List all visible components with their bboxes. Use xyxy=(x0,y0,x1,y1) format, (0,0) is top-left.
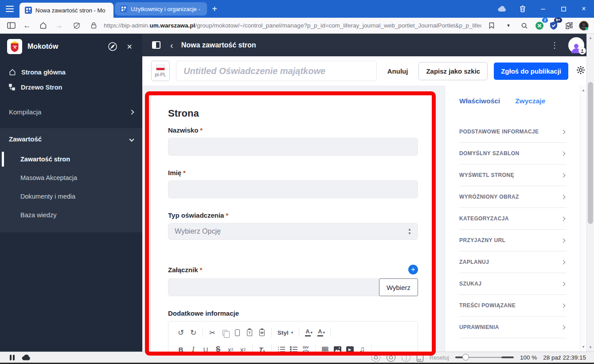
page-scrollbar[interactable]: ▲ ▼ xyxy=(586,34,594,352)
cloud-sync-icon[interactable] xyxy=(492,0,512,18)
zoom-slider[interactable] xyxy=(455,354,514,361)
slider-handle[interactable] xyxy=(462,354,469,360)
section-przyjazny-url[interactable]: PRZYJAZNY URL xyxy=(459,230,567,251)
page-tree-icon xyxy=(9,84,16,91)
browser-tab-active[interactable]: Nowa zawartość stron - Mo xyxy=(20,3,113,18)
sidebar-item-masowa-akceptacja[interactable]: Masowa Akceptacja xyxy=(0,168,142,187)
section-tresci-powiazane[interactable]: TREŚCI POWIĄZANE xyxy=(459,295,567,317)
search-icon[interactable] xyxy=(518,20,531,32)
scroll-down-icon[interactable]: ▼ xyxy=(580,345,586,349)
annotation-rectangle xyxy=(145,91,436,356)
extension-badge: 9+ xyxy=(554,18,562,23)
sidebar-item-label: Strona główna xyxy=(21,69,66,76)
bookmark-icon[interactable] xyxy=(485,20,498,32)
bip-favicon-icon xyxy=(25,7,32,14)
chevron-right-icon xyxy=(561,151,566,156)
save-draft-button[interactable]: Zapisz jako szkic xyxy=(418,62,488,80)
browser-toolbar: ← → https://bip-admin.um.warszawa.pl/gro… xyxy=(0,18,594,34)
tab-title: Użytkownicy i organizacje - xyxy=(131,6,200,12)
submit-publication-button[interactable]: Zgłoś do publikacji xyxy=(494,63,568,80)
chevron-right-icon xyxy=(561,303,566,308)
address-bar[interactable]: https://bip-admin.um.warszawa.pl/group/m… xyxy=(68,20,515,32)
forward-icon[interactable]: → xyxy=(52,20,66,32)
translation-actionbar: pl-PL Anuluj Zapisz jako szkic Zgłoś do … xyxy=(142,56,594,86)
chevron-right-icon xyxy=(561,260,566,264)
user-avatar[interactable] xyxy=(568,37,584,53)
chevron-right-icon xyxy=(561,173,566,177)
section-szukaj[interactable]: SZUKAJ xyxy=(459,273,567,295)
back-icon[interactable]: ← xyxy=(20,20,34,32)
shield-permissions-icon[interactable] xyxy=(70,20,83,32)
sidebar-toggle-icon[interactable] xyxy=(4,20,18,32)
menu-icon[interactable] xyxy=(0,0,20,18)
home-icon[interactable] xyxy=(36,20,50,32)
poland-flag-icon xyxy=(156,65,165,70)
compass-icon[interactable] xyxy=(107,41,118,52)
bip-favicon-icon xyxy=(120,5,127,12)
gear-icon[interactable] xyxy=(576,66,585,76)
section-kategoryzacja[interactable]: KATEGORYZACJA xyxy=(459,208,567,230)
scrollbar-thumb[interactable] xyxy=(588,82,593,224)
sidebar-item-page-tree[interactable]: Drzewo Stron xyxy=(0,80,142,95)
kebab-menu-icon[interactable]: ⋮ xyxy=(551,40,559,50)
tab-wlasciwosci[interactable]: Właściwości xyxy=(459,97,500,105)
product-menu-toggle-icon[interactable] xyxy=(152,41,160,49)
section-wyrozniony-obraz[interactable]: WYRÓŻNIONY OBRAZ xyxy=(459,186,567,208)
sidebar-section-kompilacja[interactable]: Kompilacja xyxy=(0,101,142,123)
extension-green-icon[interactable]: 2 xyxy=(534,20,545,31)
sidebar-item-home[interactable]: Strona główna xyxy=(0,65,142,80)
sidebar-section-zawartosc[interactable]: Zawartość xyxy=(0,128,142,150)
pause-icon[interactable] xyxy=(10,355,15,360)
page-title: Nowa zawartość stron xyxy=(181,41,256,49)
profile-avatar[interactable] xyxy=(578,20,590,31)
maximize-button[interactable] xyxy=(553,0,574,18)
url-text: https://bip-admin.um.warszawa.pl/group/m… xyxy=(104,22,481,29)
chevron-right-icon xyxy=(561,238,566,243)
chevron-right-icon xyxy=(561,282,566,286)
locale-selector-button[interactable]: pl-PL xyxy=(151,61,170,81)
cancel-button[interactable]: Anuluj xyxy=(383,67,413,75)
chevron-right-icon xyxy=(561,325,566,329)
chevron-right-icon xyxy=(129,110,134,114)
section-uprawnienia[interactable]: UPRAWNIENIA xyxy=(459,317,567,338)
extensions-puzzle-icon[interactable] xyxy=(562,20,575,32)
section-zaplanuj[interactable]: ZAPLANUJ xyxy=(459,251,567,273)
bookmark-dropdown-icon[interactable]: ▼ xyxy=(502,20,515,32)
new-tab-button[interactable]: + xyxy=(207,1,222,16)
configuration-panel: Właściwości Zwyczaje PODSTAWOWE INFORMAC… xyxy=(445,86,580,352)
section-wyswietl-strone[interactable]: WYŚWIETL STRONĘ xyxy=(459,164,567,186)
tab-title: Nowa zawartość stron - Mo xyxy=(35,7,106,14)
extension-badge: 2 xyxy=(542,18,548,23)
zoom-value: 100 % xyxy=(520,354,537,361)
scroll-down-icon[interactable]: ▼ xyxy=(587,345,594,349)
article-title-input[interactable] xyxy=(176,61,377,81)
lock-icon[interactable] xyxy=(87,20,100,32)
trash-icon[interactable] xyxy=(512,0,533,18)
section-domyslny-szablon[interactable]: DOMYŚLNY SZABLON xyxy=(459,143,567,164)
chevron-right-icon xyxy=(561,129,566,134)
scroll-up-icon[interactable]: ▲ xyxy=(580,88,586,92)
sidebar-section-zawartosc-panel: Zawartość Zawartość stron Masowa Akcepta… xyxy=(0,128,142,232)
back-chevron-icon[interactable]: ‹ xyxy=(170,41,173,50)
section-podstawowe-informacje[interactable]: PODSTAWOWE INFORMACJE xyxy=(459,121,567,143)
sidebar-item-dokumenty-i-media[interactable]: Dokumenty i media xyxy=(0,187,142,206)
close-button[interactable]: × xyxy=(574,0,594,18)
chevron-down-icon xyxy=(129,137,134,141)
chevron-right-icon xyxy=(561,195,566,199)
sidebar-item-zawartosc-stron[interactable]: Zawartość stron xyxy=(0,150,142,168)
panel-scrollbar[interactable]: ▲ ▼ xyxy=(580,86,586,352)
impersonation-badge-icon xyxy=(578,47,586,55)
tab-zwyczaje[interactable]: Zwyczaje xyxy=(515,97,545,105)
minimize-button[interactable]: – xyxy=(533,0,553,18)
chevron-right-icon xyxy=(561,216,566,221)
cloud-icon[interactable] xyxy=(22,354,31,360)
browser-tab-inactive[interactable]: Użytkownicy i organizacje - xyxy=(115,2,207,16)
extension-shield-icon[interactable]: 9+ xyxy=(548,20,559,31)
close-sidebar-icon[interactable]: × xyxy=(124,41,135,52)
scroll-up-icon[interactable]: ▲ xyxy=(587,36,594,40)
section-label: Kompilacja xyxy=(9,108,41,116)
locale-label: pl-PL xyxy=(155,72,166,77)
sidebar-item-baza-wiedzy[interactable]: Baza wiedzy xyxy=(0,206,142,224)
product-menu-sidebar: Mokotów × Strona główna Drzewo Stron Kom… xyxy=(0,34,142,352)
home-icon xyxy=(9,69,16,76)
